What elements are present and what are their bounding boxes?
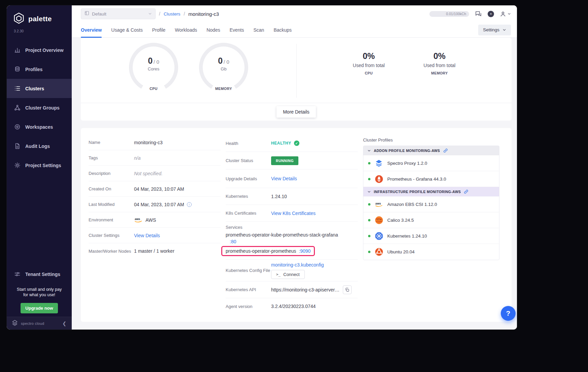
topbar: Default / Clusters / monitoring-c3 0.01/… (72, 5, 517, 22)
svg-text:aws: aws (375, 202, 381, 205)
sidebar-footer: spectro cloud ❮ (7, 317, 72, 330)
audit-logs-icon (14, 143, 21, 150)
cluster-info-column: Name monitoring-c3 Tags n/a Description … (89, 135, 221, 259)
profile-item-kubernetes[interactable]: Kubernetes 1.24.10 (363, 228, 499, 244)
healthy-check-icon: ✓ (294, 141, 299, 146)
infrastructure-profile-header[interactable]: INFRASTRUCTURE PROFILE MONITORING-AWS (363, 187, 499, 196)
copy-icon[interactable] (343, 285, 352, 294)
profile-item-ubuntu[interactable]: Ubuntu 20.04 (363, 244, 499, 260)
detail-row-created-on: Created On 04 Mar, 2023, 10:07 AM (89, 181, 221, 197)
terminal-icon: >_ (276, 272, 281, 277)
tab-overview[interactable]: Overview (81, 22, 102, 37)
detail-row-description: Description Not specified. (89, 166, 221, 181)
detail-row-last-modified: Last Modified 04 Mar, 2023, 10:07 AM i (89, 197, 221, 212)
chevron-down-icon (508, 12, 511, 16)
cluster-profiles-column: Cluster Profiles ADDON PROFILE MONITORIN… (363, 137, 499, 260)
sidebar-collapse-chevron-icon[interactable]: ❮ (60, 320, 68, 327)
status-dot-icon (368, 219, 370, 221)
user-menu[interactable] (500, 11, 511, 17)
detail-row-cluster-settings: Cluster Settings View Details (89, 228, 221, 243)
sidebar-item-clusters[interactable]: Clusters (7, 79, 72, 98)
tab-events[interactable]: Events (230, 22, 244, 37)
service-prometheus-name: prometheus-operator-prometheus (226, 248, 296, 254)
detail-row-tags: Tags n/a (89, 150, 221, 166)
sidebar-item-cluster-groups[interactable]: Cluster Groups (7, 98, 72, 117)
health-row: Health HEALTHY ✓ (226, 135, 358, 152)
upgrade-now-button[interactable]: Upgrade now (21, 303, 58, 313)
running-status-badge: RUNNING (271, 156, 298, 165)
memory-gauge: 0/ 0 Gb MEMORY (199, 43, 248, 92)
cluster-details-card: Name monitoring-c3 Tags n/a Description … (81, 128, 512, 322)
sidebar-nav: Project Overview Profiles Clusters Clust… (7, 40, 72, 175)
aws-logo-icon: aws (134, 217, 143, 223)
breadcrumb-clusters-link[interactable]: Clusters (164, 11, 181, 17)
project-settings-icon (14, 162, 21, 169)
cpu-gauge-caption: CPU (129, 87, 178, 91)
cluster-settings-view-details-link[interactable]: View Details (134, 233, 160, 238)
spectro-proxy-icon (374, 159, 383, 167)
project-selector[interactable]: Default (81, 8, 156, 19)
settings-button[interactable]: Settings (478, 25, 511, 35)
profile-item-prometheus-grafana[interactable]: Prometheus - Grafana 44.3.0 (363, 171, 499, 187)
footer-brand-name: spectro cloud (21, 321, 44, 326)
sidebar-item-label: Cluster Groups (25, 105, 60, 111)
cluster-profiles-title: Cluster Profiles (363, 137, 499, 143)
chevron-down-icon (367, 190, 371, 193)
breadcrumb-separator: / (159, 11, 160, 17)
cluster-profiles-block: ADDON PROFILE MONITORING-AWS Spectro Pro… (363, 146, 499, 260)
kubernetes-version-row: Kubernetes 1.24.10 (226, 188, 358, 205)
sidebar-item-project-settings[interactable]: Project Settings (7, 156, 72, 175)
profile-item-amazon-ebs-csi[interactable]: aws Amazon EBS CSI 1.12.0 (363, 196, 499, 212)
services-section: Services prometheus-operator-kube-promet… (226, 222, 358, 260)
sidebar-item-label: Clusters (25, 86, 44, 91)
main-area: Default / Clusters / monitoring-c3 0.01/… (72, 5, 517, 330)
calico-icon (374, 216, 383, 224)
service-grafana-port-link[interactable]: :80 (230, 239, 236, 244)
kubeconfig-row: Kubernetes Config File monitoring-c3.kub… (226, 260, 358, 281)
info-icon[interactable]: i (187, 202, 192, 207)
more-details-button[interactable]: More Details (276, 106, 316, 118)
status-dot-icon (368, 162, 370, 164)
sidebar-item-project-overview[interactable]: Project Overview (7, 40, 72, 60)
usage-summary-card: 0/ 0 Cores CPU 0/ 0 Gb MEMORY 0% (81, 38, 512, 121)
view-k8s-certificates-link[interactable]: View K8s Certificates (271, 211, 316, 216)
prometheus-icon (374, 175, 383, 183)
addon-profile-header[interactable]: ADDON PROFILE MONITORING-AWS (363, 146, 499, 155)
sidebar: palette 3.2.30 Project Overview Profiles (7, 5, 72, 330)
profile-item-calico[interactable]: Calico 3.24.5 (363, 212, 499, 228)
status-dot-icon (368, 235, 370, 237)
chat-icon[interactable] (475, 10, 482, 18)
sidebar-item-label: Audit Logs (25, 144, 50, 149)
palette-logo-icon (13, 12, 25, 26)
cluster-status-column: Health HEALTHY ✓ Cluster Status RUNNING … (226, 135, 358, 314)
profile-item-spectro-proxy[interactable]: Spectro Proxy 1.2.0 (363, 155, 499, 171)
sidebar-item-label: Profiles (25, 67, 42, 72)
service-prometheus-port-link[interactable]: :9090 (299, 248, 311, 254)
tab-scan[interactable]: Scan (254, 22, 264, 37)
sidebar-item-tenant-settings[interactable]: Tenant Settings (7, 267, 72, 282)
tab-workloads[interactable]: Workloads (175, 22, 197, 37)
alerts-icon[interactable]: ✕ (488, 11, 494, 17)
chevron-down-icon (367, 149, 371, 152)
cpu-usage-stat: 0% Used from total CPU (342, 51, 396, 75)
connect-button[interactable]: >_ Connect (271, 270, 305, 279)
sidebar-item-profiles[interactable]: Profiles (7, 60, 72, 79)
status-dot-icon (368, 203, 370, 206)
sidebar-item-audit-logs[interactable]: Audit Logs (7, 136, 72, 156)
project-selector-icon (85, 11, 89, 17)
tenant-settings-label: Tenant Settings (25, 272, 60, 277)
brand-name: palette (28, 15, 52, 23)
upgrade-view-details-link[interactable]: View Details (271, 176, 297, 181)
cpu-gauge: 0/ 0 Cores CPU (129, 43, 178, 92)
help-button[interactable]: ? (501, 306, 516, 321)
sidebar-item-workspaces[interactable]: Workspaces (7, 117, 72, 136)
tab-backups[interactable]: Backups (273, 22, 292, 37)
spectro-cloud-logo-icon (11, 319, 18, 328)
tab-usage-costs[interactable]: Usage & Costs (111, 22, 142, 37)
cluster-status-row: Cluster Status RUNNING (226, 152, 358, 169)
upgrade-details-row: Upgrade Details View Details (226, 169, 358, 188)
tab-nodes[interactable]: Nodes (206, 22, 220, 37)
kubeconfig-download-link[interactable]: monitoring-c3.kubeconfig (271, 262, 324, 268)
topbar-right: 0.01/100kCh ✕ (429, 10, 511, 18)
tab-profile[interactable]: Profile (152, 22, 166, 37)
